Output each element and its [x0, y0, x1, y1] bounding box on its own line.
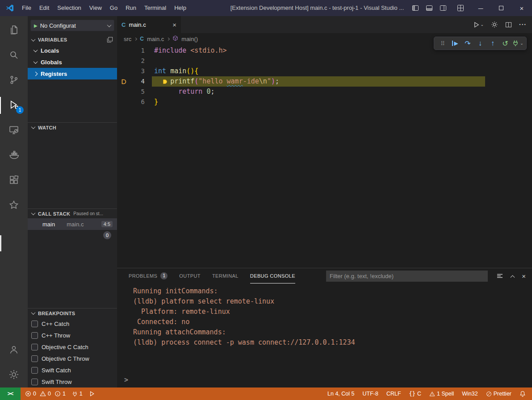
breakpoint-row[interactable]: Objective C Catch [28, 341, 117, 353]
activity-item-accounts[interactable] [0, 338, 28, 362]
drag-handle-button[interactable]: ⠿ [437, 38, 448, 49]
activity-item-search[interactable] [0, 43, 28, 68]
breakpoint-checkbox[interactable] [31, 321, 38, 327]
configure-button[interactable] [491, 21, 498, 28]
section-header-call-stack[interactable]: CALL STACK Paused on st... [28, 208, 117, 218]
breakpoint-gutter[interactable] [117, 46, 132, 56]
breakpoint-row[interactable]: Swift Throw [28, 376, 117, 388]
breadcrumb-src[interactable]: src [124, 36, 131, 42]
run-or-debug-button[interactable]: ⌄ [473, 21, 484, 28]
remote-indicator[interactable]: >< [0, 388, 21, 400]
lines-icon[interactable] [496, 272, 503, 279]
docker-icon [8, 149, 20, 162]
close-tab-icon[interactable]: × [172, 21, 176, 29]
close-button[interactable]: × [511, 0, 532, 16]
breakpoint-gutter[interactable] [117, 56, 132, 66]
breakpoint-gutter[interactable] [117, 87, 132, 97]
menu-terminal[interactable]: Terminal [140, 0, 170, 16]
panel-tab-problems[interactable]: PROBLEMS1 [129, 268, 168, 283]
step-out-button[interactable]: ↑ [487, 38, 498, 49]
more-actions-button[interactable]: ··· [519, 21, 527, 28]
breakpoint-gutter[interactable] [117, 66, 132, 76]
code-line[interactable]: 6} [117, 97, 532, 107]
continue-button[interactable]: ▶ [449, 38, 461, 49]
activity-item-favorites[interactable] [0, 193, 28, 218]
restart-button[interactable]: ↺ [499, 38, 511, 49]
status-debug[interactable] [89, 391, 95, 397]
status-encoding[interactable]: UTF-8 [362, 391, 378, 397]
maximize-button[interactable] [491, 0, 511, 16]
menu-selection[interactable]: Selection [53, 0, 85, 16]
activity-item-explorer[interactable] [0, 18, 28, 43]
variables-item-locals[interactable]: Locals [28, 45, 117, 56]
activity-item-run-and-debug[interactable]: 1 [0, 93, 28, 118]
status-eol[interactable]: CRLF [386, 391, 401, 397]
split-editor-button[interactable] [505, 21, 512, 28]
status-spell[interactable]: 1 Spell [429, 391, 454, 397]
status-formatter[interactable]: Prettier [486, 391, 511, 397]
status-cursor-position[interactable]: Ln 4, Col 5 [327, 391, 354, 397]
status-platform[interactable]: Win32 [462, 391, 478, 397]
panel-tab-output[interactable]: OUTPUT [179, 268, 201, 283]
toggle-panel-icon[interactable] [426, 4, 433, 12]
section-header-breakpoints[interactable]: BREAKPOINTS [28, 308, 117, 318]
breakpoint-row[interactable]: C++ Catch [28, 318, 117, 329]
status-problems[interactable]: 0 0 1 [25, 391, 66, 397]
customize-layout-icon[interactable] [457, 4, 464, 12]
step-over-button[interactable]: ↷ [462, 38, 473, 49]
breadcrumb-symbol[interactable]: main() [181, 36, 198, 42]
panel-tab-terminal[interactable]: TERMINAL [212, 268, 239, 283]
breakpoint-row[interactable]: C++ Throw [28, 329, 117, 341]
section-header-variables[interactable]: VARIABLES [28, 35, 117, 45]
minimize-button[interactable]: ─ [470, 0, 491, 16]
collapse-all-icon[interactable] [107, 37, 113, 43]
toggle-sidebar-icon[interactable] [412, 4, 419, 12]
step-into-button[interactable]: ↓ [474, 38, 486, 49]
breakpoint-checkbox[interactable] [31, 379, 38, 385]
menu-file[interactable]: File [18, 0, 35, 16]
activity-item-docker[interactable] [0, 143, 28, 168]
close-panel-icon[interactable]: × [522, 272, 526, 280]
stack-frame-row[interactable]: main main.c 4:5 [28, 218, 117, 230]
menu-edit[interactable]: Edit [35, 0, 53, 16]
breakpoint-row[interactable]: Objective C Throw [28, 353, 117, 364]
breakpoint-checkbox[interactable] [31, 355, 38, 362]
breakpoint-gutter[interactable] [117, 76, 132, 87]
breakpoint-gutter[interactable] [117, 97, 132, 107]
panel-header: PROBLEMS1OUTPUTTERMINALDEBUG CONSOLE × [117, 268, 532, 283]
menu-go[interactable]: Go [106, 0, 121, 16]
menu-help[interactable]: Help [170, 0, 190, 16]
disconnect-button[interactable]: ⌄ [512, 38, 524, 49]
status-ports[interactable]: 1 [72, 391, 83, 397]
console-prompt[interactable]: > [124, 376, 128, 384]
section-label: BREAKPOINTS [38, 311, 75, 316]
menu-view[interactable]: View [85, 0, 106, 16]
toggle-secondary-sidebar-icon[interactable] [440, 4, 447, 12]
breakpoint-checkbox[interactable] [31, 367, 38, 374]
section-header-watch[interactable]: WATCH [28, 122, 117, 132]
activity-item-remote-explorer[interactable] [0, 118, 28, 143]
activity-item-extensions[interactable] [0, 168, 28, 193]
variables-item-registers[interactable]: Registers [28, 68, 117, 79]
code-line[interactable]: 5 return 0; [117, 87, 532, 97]
breadcrumb-file[interactable]: main.c [147, 36, 164, 42]
breakpoint-checkbox[interactable] [31, 332, 38, 339]
launch-config-dropdown[interactable]: ▶ No Configurat [30, 20, 114, 31]
status-language[interactable]: {} C [409, 391, 421, 397]
activity-item-settings[interactable] [0, 362, 28, 388]
breakpoint-checkbox[interactable] [31, 344, 38, 350]
panel-tab-debug-console[interactable]: DEBUG CONSOLE [250, 268, 295, 283]
search-icon [8, 50, 19, 62]
code-line[interactable]: 3int main(){ [117, 66, 532, 76]
code-line[interactable]: 4 printf("hello wamr-ide\n"); [117, 76, 532, 87]
code-editor[interactable]: 1#include <stdio.h>23int main(){4 printf… [117, 45, 532, 107]
status-notifications[interactable] [519, 391, 526, 397]
breakpoint-row[interactable]: Swift Catch [28, 364, 117, 376]
tab-main-c[interactable]: C main.c × [117, 16, 181, 33]
code-line[interactable]: 2 [117, 56, 532, 66]
console-filter-input[interactable] [326, 271, 488, 282]
menu-run[interactable]: Run [121, 0, 140, 16]
maximize-panel-icon[interactable] [511, 275, 514, 278]
activity-item-source-control[interactable] [0, 68, 28, 93]
variables-item-globals[interactable]: Globals [28, 56, 117, 68]
